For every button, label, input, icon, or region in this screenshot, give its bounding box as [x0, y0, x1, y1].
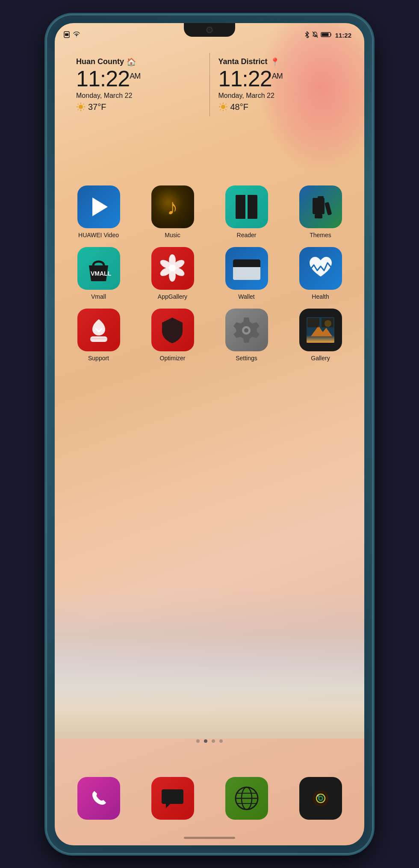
- reader-label: Reader: [237, 232, 257, 238]
- weather-location-2: Yanta District 📍 11:22AM Monday, March 2…: [210, 53, 352, 116]
- status-left: [63, 31, 80, 39]
- wallet-icon: [225, 247, 268, 290]
- book-icon: [235, 194, 258, 220]
- pin-icon: 📍: [270, 57, 280, 67]
- app-gallery[interactable]: Gallery: [289, 309, 351, 362]
- location-2-date: Monday, March 22: [218, 92, 343, 100]
- app-wallet[interactable]: Wallet: [215, 247, 277, 300]
- silent-icon: [312, 31, 318, 39]
- app-row-3: Support Optimizer: [68, 309, 351, 362]
- page-dot-2[interactable]: [204, 739, 207, 743]
- home-icon: 🏠: [127, 57, 136, 67]
- camera-app-icon: [299, 777, 342, 820]
- huawei-video-label: HUAWEI Video: [78, 232, 119, 238]
- appgallery-label: AppGallery: [158, 293, 187, 300]
- browser-app-icon: [225, 777, 268, 820]
- sim-icon: [63, 31, 70, 39]
- messages-app-icon: [151, 777, 194, 820]
- svg-rect-47: [307, 318, 319, 327]
- location-1-date: Monday, March 22: [76, 92, 201, 100]
- optimizer-icon: [151, 309, 194, 351]
- gallery-label: Gallery: [311, 355, 330, 362]
- dock-messages[interactable]: [142, 777, 204, 820]
- phone-handset-icon: [88, 788, 109, 809]
- app-support[interactable]: Support: [68, 309, 130, 362]
- music-label: Music: [165, 232, 180, 238]
- home-indicator: [184, 837, 235, 839]
- vmall-label: Vmall: [91, 293, 106, 300]
- screen: 11:22 Huan County 🏠 11:22AM Monday, Marc…: [55, 23, 364, 845]
- svg-rect-25: [245, 195, 248, 219]
- location-2-time: 11:22AM: [218, 67, 343, 91]
- beach-background: [55, 589, 364, 739]
- svg-point-59: [319, 797, 322, 800]
- app-grid: HUAWEI Video ♪ Music: [55, 185, 364, 370]
- page-dot-4[interactable]: [219, 739, 223, 743]
- support-label: Support: [88, 355, 109, 362]
- phone-frame: 11:22 Huan County 🏠 11:22AM Monday, Marc…: [47, 15, 372, 853]
- huawei-video-icon: [77, 185, 120, 228]
- appgallery-icon: [151, 247, 194, 290]
- svg-line-22: [220, 109, 221, 110]
- app-row-2: VMALL Vmall: [68, 247, 351, 300]
- dock-camera[interactable]: [289, 777, 351, 820]
- svg-text:VMALL: VMALL: [91, 270, 112, 277]
- settings-label: Settings: [236, 355, 257, 362]
- front-camera: [207, 27, 212, 33]
- app-appgallery[interactable]: AppGallery: [142, 247, 204, 300]
- chat-bubble-icon: [161, 788, 184, 809]
- app-vmall[interactable]: VMALL Vmall: [68, 247, 130, 300]
- svg-rect-27: [315, 214, 322, 218]
- location-2-name: Yanta District 📍: [218, 57, 343, 67]
- svg-point-14: [221, 105, 225, 109]
- app-music[interactable]: ♪ Music: [142, 185, 204, 238]
- svg-rect-4: [322, 33, 328, 36]
- wallet-label: Wallet: [238, 293, 254, 300]
- support-icon: [77, 309, 120, 351]
- globe-icon: [234, 786, 260, 811]
- app-settings[interactable]: Settings: [215, 309, 277, 362]
- sun-icon-1: [76, 102, 86, 112]
- phone-app-icon: [77, 777, 120, 820]
- themes-label: Themes: [310, 232, 331, 238]
- svg-rect-28: [318, 196, 324, 200]
- status-time: 11:22: [335, 32, 351, 39]
- svg-line-19: [220, 104, 221, 105]
- app-huawei-video[interactable]: HUAWEI Video: [68, 185, 130, 238]
- gallery-landscape-icon: [307, 317, 334, 343]
- app-optimizer[interactable]: Optimizer: [142, 309, 204, 362]
- page-dot-3[interactable]: [212, 739, 215, 743]
- health-heart-icon: [306, 254, 335, 282]
- app-health[interactable]: Health: [289, 247, 351, 300]
- svg-point-43: [244, 328, 248, 332]
- battery-icon: [321, 32, 333, 39]
- location-1-time: 11:22AM: [76, 67, 201, 91]
- themes-icon: [299, 185, 342, 228]
- dock: [55, 777, 364, 820]
- app-row-1: HUAWEI Video ♪ Music: [68, 185, 351, 238]
- svg-rect-1: [65, 33, 68, 36]
- app-reader[interactable]: Reader: [215, 185, 277, 238]
- optimizer-label: Optimizer: [160, 355, 186, 362]
- page-dot-1[interactable]: [196, 739, 200, 743]
- health-label: Health: [312, 293, 329, 300]
- dock-phone[interactable]: [68, 777, 130, 820]
- reader-icon: [225, 185, 268, 228]
- play-triangle-icon: [92, 197, 108, 216]
- app-themes[interactable]: Themes: [289, 185, 351, 238]
- health-icon: [299, 247, 342, 290]
- svg-rect-26: [313, 198, 325, 214]
- gear-icon: [233, 316, 260, 344]
- location-1-temp: 37°F: [76, 102, 201, 112]
- svg-rect-48: [322, 318, 333, 327]
- weather-widget: Huan County 🏠 11:22AM Monday, March 22: [68, 53, 351, 116]
- huawei-petals-icon: [159, 254, 186, 282]
- page-dots: [55, 739, 364, 743]
- wifi-icon: [73, 32, 80, 39]
- music-note-icon: ♪: [167, 194, 178, 220]
- dock-browser[interactable]: [215, 777, 277, 820]
- svg-rect-23: [236, 195, 246, 219]
- svg-line-12: [83, 104, 84, 105]
- weather-location-1: Huan County 🏠 11:22AM Monday, March 22: [68, 53, 210, 116]
- vmall-bag-icon: VMALL: [85, 253, 112, 283]
